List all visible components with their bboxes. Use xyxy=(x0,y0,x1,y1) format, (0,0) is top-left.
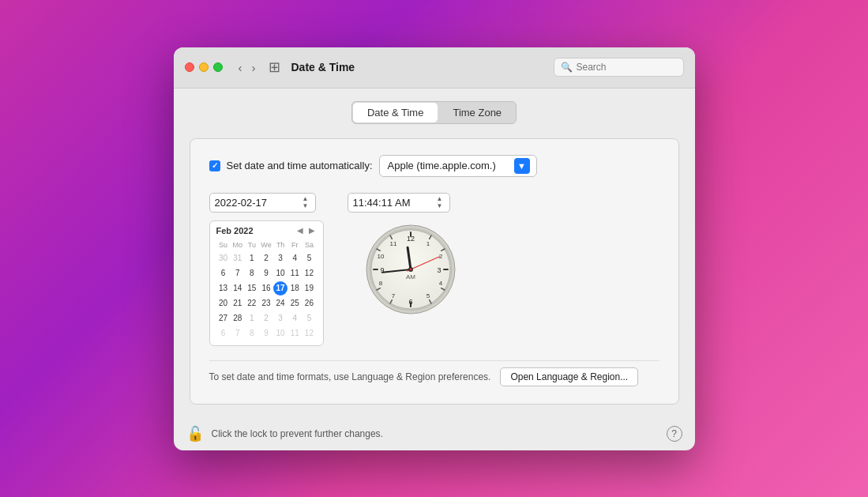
time-stepper-down[interactable]: ▼ xyxy=(435,203,445,209)
table-row[interactable]: 7 xyxy=(231,326,245,341)
tab-time-zone[interactable]: Time Zone xyxy=(438,102,516,123)
table-row[interactable]: 24 xyxy=(273,296,287,311)
table-row[interactable]: 16 xyxy=(259,281,273,296)
table-row[interactable]: 26 xyxy=(302,296,316,311)
calendar-next[interactable]: ▶ xyxy=(307,226,317,235)
table-row[interactable]: 15 xyxy=(245,281,259,296)
time-stepper: ▲ ▼ xyxy=(435,196,445,209)
calendar-month-year: Feb 2022 xyxy=(216,226,254,235)
content-area: Date & Time Time Zone Set date and time … xyxy=(174,88,695,417)
day-label-fr: Fr xyxy=(287,239,302,250)
help-button[interactable]: ? xyxy=(667,426,682,442)
svg-text:1: 1 xyxy=(426,240,430,247)
search-input[interactable] xyxy=(577,62,677,73)
footer-text: Click the lock to prevent further change… xyxy=(212,428,383,439)
table-row[interactable]: 4 xyxy=(287,251,302,265)
time-stepper-up[interactable]: ▲ xyxy=(435,196,445,202)
table-row[interactable]: 5 xyxy=(302,251,316,265)
svg-text:5: 5 xyxy=(426,292,430,299)
table-row[interactable]: 6 xyxy=(216,266,231,281)
tab-group: Date & Time Time Zone xyxy=(351,101,517,124)
table-row[interactable]: 12 xyxy=(302,266,316,281)
server-name: Apple (time.apple.com.) xyxy=(388,160,509,171)
time-input-box[interactable]: 11:44:11 AM ▲ ▼ xyxy=(348,193,450,213)
server-dropdown[interactable]: Apple (time.apple.com.) ▼ xyxy=(379,155,537,177)
calendar-grid: Su Mo Tu We Th Fr Sa 30 31 1 2 xyxy=(216,239,317,341)
auto-time-checkbox[interactable] xyxy=(209,160,220,171)
back-button[interactable]: ‹ xyxy=(235,59,246,76)
table-row[interactable]: 2 xyxy=(259,251,273,265)
calendar-header: Feb 2022 ◀ ▶ xyxy=(216,226,317,235)
traffic-lights xyxy=(185,62,223,72)
table-row[interactable]: 13 xyxy=(216,281,231,296)
open-language-region-button[interactable]: Open Language & Region... xyxy=(500,367,638,386)
table-row[interactable]: 7 xyxy=(231,266,245,281)
table-row[interactable]: 25 xyxy=(287,296,302,311)
table-row[interactable]: 1 xyxy=(245,251,259,265)
minimize-button[interactable] xyxy=(199,62,209,72)
calendar-nav: ◀ ▶ xyxy=(295,226,317,235)
date-stepper-up[interactable]: ▲ xyxy=(301,196,310,202)
table-row[interactable]: 9 xyxy=(259,326,273,341)
forward-button[interactable]: › xyxy=(249,59,259,76)
date-section: 2022-02-17 ▲ ▼ Feb 2022 ◀ ▶ xyxy=(209,193,324,346)
date-input-box[interactable]: 2022-02-17 ▲ ▼ xyxy=(209,193,316,213)
maximize-button[interactable] xyxy=(213,62,223,72)
calendar-prev[interactable]: ◀ xyxy=(295,226,305,235)
table-row[interactable]: 11 xyxy=(287,266,302,281)
auto-time-label: Set date and time automatically: xyxy=(227,160,373,171)
table-row[interactable]: 4 xyxy=(287,311,302,326)
tabs-row: Date & Time Time Zone xyxy=(190,101,679,124)
window-title: Date & Time xyxy=(291,61,355,73)
search-icon: 🔍 xyxy=(561,62,573,73)
nav-arrows: ‹ › xyxy=(235,59,259,76)
time-value: 11:44:11 AM xyxy=(353,197,435,209)
auto-time-row: Set date and time automatically: Apple (… xyxy=(209,155,659,177)
table-row[interactable]: 8 xyxy=(245,266,259,281)
day-label-sa: Sa xyxy=(302,239,316,250)
table-row[interactable]: 30 xyxy=(216,251,231,265)
table-row[interactable]: 9 xyxy=(259,266,273,281)
date-value: 2022-02-17 xyxy=(215,197,301,209)
clock-section: 11:44:11 AM ▲ ▼ xyxy=(348,193,659,317)
table-row[interactable]: 3 xyxy=(273,251,287,265)
table-row[interactable]: 18 xyxy=(287,281,302,296)
table-row[interactable]: 28 xyxy=(231,311,245,326)
footer: 🔓 Click the lock to prevent further chan… xyxy=(174,417,695,450)
svg-text:10: 10 xyxy=(377,253,384,260)
search-bar[interactable]: 🔍 xyxy=(554,58,684,77)
main-window: ‹ › ⊞ Date & Time 🔍 Date & Time Time Zon… xyxy=(174,47,695,450)
main-panel: Set date and time automatically: Apple (… xyxy=(190,138,679,405)
close-button[interactable] xyxy=(185,62,194,72)
table-row[interactable]: 11 xyxy=(287,326,302,341)
mini-calendar: Feb 2022 ◀ ▶ Su Mo Tu We Th xyxy=(209,220,324,346)
date-stepper: ▲ ▼ xyxy=(301,196,310,209)
table-row[interactable]: 23 xyxy=(259,296,273,311)
lock-icon[interactable]: 🔓 xyxy=(186,425,204,442)
table-row[interactable]: 2 xyxy=(259,311,273,326)
svg-text:11: 11 xyxy=(389,240,396,247)
selected-day[interactable]: 17 xyxy=(273,281,287,296)
day-label-mo: Mo xyxy=(231,239,245,250)
date-stepper-down[interactable]: ▼ xyxy=(301,203,310,209)
table-row[interactable]: 12 xyxy=(302,326,316,341)
table-row[interactable]: 22 xyxy=(245,296,259,311)
table-row[interactable]: 27 xyxy=(216,311,231,326)
svg-text:AM: AM xyxy=(406,273,415,281)
table-row[interactable]: 20 xyxy=(216,296,231,311)
table-row[interactable]: 10 xyxy=(273,326,287,341)
tab-date-time[interactable]: Date & Time xyxy=(353,103,438,122)
table-row[interactable]: 8 xyxy=(245,326,259,341)
table-row[interactable]: 21 xyxy=(231,296,245,311)
table-row[interactable]: 1 xyxy=(245,311,259,326)
table-row[interactable]: 10 xyxy=(273,266,287,281)
table-row[interactable]: 6 xyxy=(216,326,231,341)
table-row[interactable]: 19 xyxy=(302,281,316,296)
svg-text:8: 8 xyxy=(378,280,382,287)
analog-clock: 12 3 6 9 1 2 4 5 7 8 10 11 AM xyxy=(363,222,458,317)
table-row[interactable]: 14 xyxy=(231,281,245,296)
grid-icon[interactable]: ⊞ xyxy=(269,58,280,76)
table-row[interactable]: 5 xyxy=(302,311,316,326)
table-row[interactable]: 31 xyxy=(231,251,245,265)
table-row[interactable]: 3 xyxy=(273,311,287,326)
